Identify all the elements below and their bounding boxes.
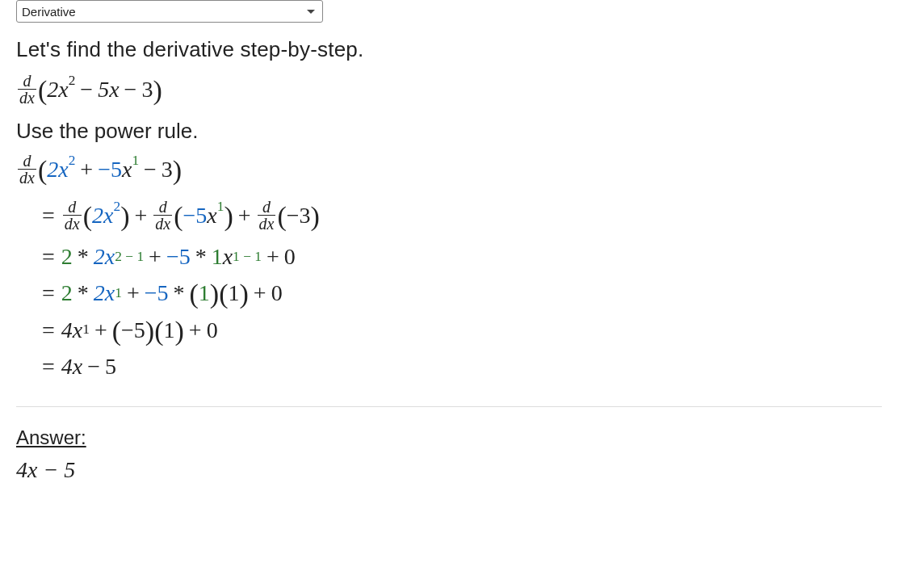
answer-label: Answer:: [16, 426, 882, 449]
operation-select-wrap: Derivative: [16, 0, 323, 23]
math-line-7: = 4x − 5: [16, 350, 882, 383]
intro-text: Let's find the derivative step-by-step.: [16, 37, 882, 62]
math-line-3: = ddx ( 2x2 ) + ddx ( −5x1 ) + ddx ( −3 …: [16, 194, 882, 237]
math-line-4: = 2 * 2x2 − 1 + −5 * 1x1 − 1 + 0: [16, 240, 882, 273]
power-rule-text: Use the power rule.: [16, 119, 882, 144]
math-line-2: ddx ( 2x2 + −5x1 − 3 ): [16, 147, 882, 191]
operation-select[interactable]: Derivative: [16, 0, 323, 23]
math-line-5: = 2 * 2x1 + −5 * (1) (1) + 0: [16, 276, 882, 309]
divider: [16, 406, 882, 407]
answer-value: 4x − 5: [16, 457, 882, 483]
ddx-fraction: d dx: [18, 73, 36, 106]
math-line-6: = 4x1 + (−5) (1) + 0: [16, 313, 882, 346]
math-line-1: d dx ( 2x2 − 5x − 3 ): [16, 67, 882, 111]
